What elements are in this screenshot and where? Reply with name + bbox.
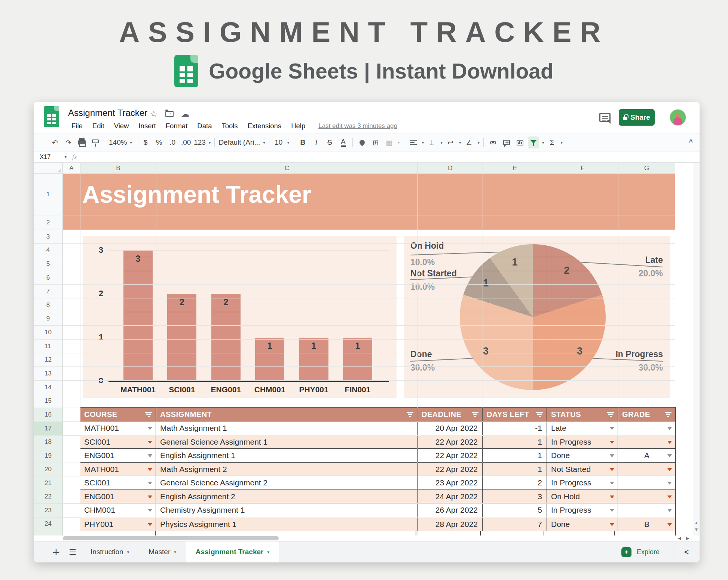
dropdown-arrow-icon[interactable] xyxy=(610,427,614,430)
filter-funnel-icon[interactable] xyxy=(472,412,478,418)
dropdown-arrow-icon[interactable] xyxy=(148,509,152,512)
bar-chart-card[interactable]: 32103MATH0012SCI0012ENG0011CHM0011PHY001… xyxy=(83,236,397,398)
cell-assignment[interactable]: English Assignment 2 xyxy=(156,490,418,503)
comment-history-icon[interactable] xyxy=(599,113,611,122)
font-select[interactable]: Default (Ari... xyxy=(218,136,260,148)
cell-deadline[interactable]: 23 Apr 2022 xyxy=(418,476,483,490)
text-wrap-icon[interactable]: ↩ xyxy=(445,136,456,148)
italic-button[interactable]: I xyxy=(311,136,322,148)
row-header-11[interactable]: 11 xyxy=(34,340,63,353)
text-rotation-icon[interactable]: ∠ xyxy=(463,136,474,148)
cell-course[interactable]: SCI001 xyxy=(80,476,156,490)
row-header-3[interactable]: 3 xyxy=(34,230,63,244)
dropdown-arrow-icon[interactable] xyxy=(148,482,152,485)
insert-chart-icon[interactable] xyxy=(514,136,526,148)
sheet-tab-assignment-tracker[interactable]: Assignment Tracker▾ xyxy=(186,541,279,562)
column-header-G[interactable]: G xyxy=(618,163,675,174)
horizontal-scrollbar-thumb[interactable] xyxy=(63,536,279,540)
row-header-14[interactable]: 14 xyxy=(34,381,63,395)
cell-status[interactable]: Late xyxy=(547,422,618,435)
cell-status[interactable]: Not Started xyxy=(547,463,618,476)
row-header-22[interactable]: 22 xyxy=(34,490,63,504)
cell-grade[interactable] xyxy=(618,490,675,503)
cell-course[interactable]: ENG001 xyxy=(80,449,156,462)
vertical-scrollbar[interactable]: ▲ ▼ xyxy=(693,163,700,535)
menu-format[interactable]: Format xyxy=(161,120,193,132)
cell-status[interactable]: In Progress xyxy=(547,476,618,490)
menu-extensions[interactable]: Extensions xyxy=(243,120,287,132)
create-filter-icon[interactable] xyxy=(528,136,539,148)
dropdown-arrow-icon[interactable] xyxy=(667,523,672,526)
filter-funnel-icon[interactable] xyxy=(407,412,413,418)
table-header-course[interactable]: COURSE xyxy=(80,408,156,421)
row-header-9[interactable]: 9 xyxy=(34,312,63,326)
format-currency-button[interactable]: $ xyxy=(140,136,151,148)
row-header-16[interactable]: 16 xyxy=(34,408,63,422)
menu-help[interactable]: Help xyxy=(286,120,310,132)
row-header-5[interactable]: 5 xyxy=(34,257,63,271)
table-header-status[interactable]: STATUS xyxy=(547,408,618,421)
chevron-down-icon[interactable]: ▾ xyxy=(130,140,132,145)
redo-icon[interactable]: ↷ xyxy=(63,136,74,148)
row-header-21[interactable]: 21 xyxy=(34,476,63,490)
fill-color-icon[interactable] xyxy=(357,136,368,148)
format-percent-button[interactable]: % xyxy=(153,136,165,148)
menu-insert[interactable]: Insert xyxy=(134,120,160,132)
cell-grade[interactable] xyxy=(618,476,675,490)
strikethrough-button[interactable]: S xyxy=(324,136,335,148)
cell-days-left[interactable]: 2 xyxy=(483,476,547,490)
row-header-25[interactable] xyxy=(34,531,63,535)
pie-chart-card[interactable]: 23311Late20.0%In Progress30.0%Done30.0%N… xyxy=(404,236,670,398)
row-header-12[interactable]: 12 xyxy=(34,353,63,367)
vertical-align-icon[interactable]: ⊥ xyxy=(426,136,437,148)
cell-course[interactable]: SCI001 xyxy=(80,436,156,449)
cell-status[interactable]: Done xyxy=(547,518,618,531)
zoom-select[interactable]: 140% xyxy=(109,136,127,148)
table-header-grade[interactable]: GRADE xyxy=(618,408,675,421)
scroll-down-icon[interactable]: ▼ xyxy=(693,528,700,531)
cell-days-left[interactable]: 3 xyxy=(483,490,547,503)
dropdown-arrow-icon[interactable] xyxy=(148,495,152,498)
table-row-24[interactable]: PHY001Physics Assignment 128 Apr 20227Do… xyxy=(80,518,675,531)
cell-status[interactable]: In Progress xyxy=(547,504,618,517)
menu-view[interactable]: View xyxy=(109,120,134,132)
cell-assignment[interactable]: Physics Assignment 1 xyxy=(156,518,418,531)
table-row-21[interactable]: SCI001General Science Assignment 223 Apr… xyxy=(80,476,675,490)
row-header-1[interactable]: 1 xyxy=(34,174,63,215)
cell-course[interactable]: CHM001 xyxy=(80,504,156,517)
cell-course[interactable]: MATH001 xyxy=(80,422,156,435)
text-color-button[interactable]: A xyxy=(337,136,349,148)
table-row-18[interactable]: SCI001General Science Assignment 122 Apr… xyxy=(80,436,675,449)
cell-days-left[interactable]: 1 xyxy=(483,463,547,476)
dropdown-arrow-icon[interactable] xyxy=(667,495,672,498)
row-header-4[interactable]: 4 xyxy=(34,244,63,258)
column-header-E[interactable]: E xyxy=(483,163,547,174)
cell-deadline[interactable]: 22 Apr 2022 xyxy=(418,463,483,476)
table-row-19[interactable]: ENG001English Assignment 122 Apr 20221Do… xyxy=(80,449,675,463)
dropdown-arrow-icon[interactable] xyxy=(148,468,152,471)
row-header-6[interactable]: 6 xyxy=(34,271,63,285)
dropdown-arrow-icon[interactable] xyxy=(148,427,152,430)
functions-button[interactable]: Σ xyxy=(547,136,558,148)
cell-deadline[interactable]: 22 Apr 2022 xyxy=(418,449,483,462)
row-header-2[interactable]: 2 xyxy=(34,215,63,230)
menu-edit[interactable]: Edit xyxy=(88,120,109,132)
sheet-tab-instruction[interactable]: Instruction▾ xyxy=(81,541,139,562)
avatar[interactable] xyxy=(670,109,686,126)
cell-deadline[interactable]: 28 Apr 2022 xyxy=(418,518,483,531)
dropdown-arrow-icon[interactable] xyxy=(148,454,152,457)
filter-funnel-icon[interactable] xyxy=(607,412,614,418)
cell-deadline[interactable]: 22 Apr 2022 xyxy=(418,436,483,449)
cell-assignment[interactable]: General Science Assignment 2 xyxy=(156,476,418,490)
cell-assignment[interactable]: Math Assignment 2 xyxy=(156,463,418,476)
filter-funnel-icon[interactable] xyxy=(145,412,152,418)
cell-course[interactable]: PHY001 xyxy=(80,518,156,531)
dropdown-arrow-icon[interactable] xyxy=(667,427,672,430)
menu-file[interactable]: File xyxy=(67,120,88,132)
chevron-down-icon[interactable]: ▾ xyxy=(561,140,563,145)
dropdown-arrow-icon[interactable] xyxy=(610,495,614,498)
cloud-status-icon[interactable]: ☁ xyxy=(180,109,190,119)
dropdown-arrow-icon[interactable] xyxy=(610,454,614,457)
star-icon[interactable]: ☆ xyxy=(149,109,159,119)
increase-decimals-button[interactable]: .00 xyxy=(180,136,192,148)
